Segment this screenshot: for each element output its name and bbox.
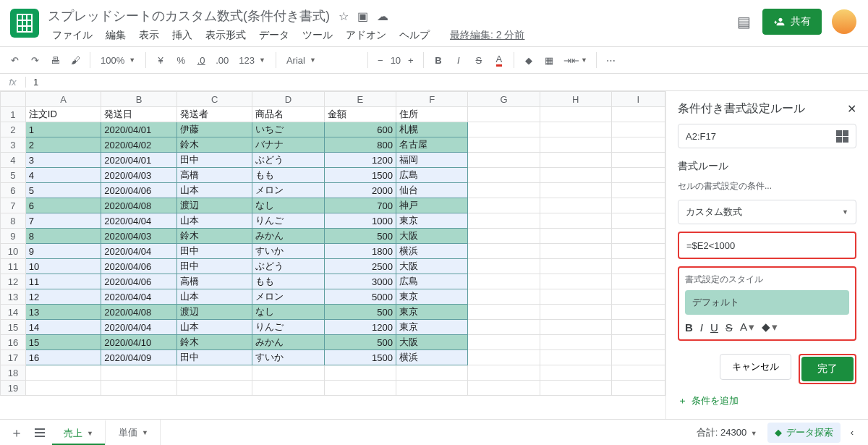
star-icon[interactable]: ☆ (339, 9, 349, 23)
cell[interactable] (540, 350, 611, 365)
sheets-logo[interactable] (10, 9, 39, 38)
cell[interactable]: 名古屋 (396, 137, 468, 153)
merge-icon[interactable]: ⇥⇤▼ (561, 51, 590, 69)
cell[interactable]: もも (252, 168, 324, 183)
cell[interactable]: 14 (25, 320, 101, 335)
cell[interactable] (540, 244, 611, 259)
cell[interactable]: 4 (25, 168, 101, 183)
cell[interactable] (611, 350, 665, 365)
last-edit-link[interactable]: 最終編集: 2 分前 (446, 26, 529, 45)
more-icon[interactable]: ⋯ (603, 51, 620, 69)
cell[interactable]: 2020/04/02 (101, 137, 177, 153)
cell[interactable]: 11 (25, 274, 101, 289)
cell[interactable] (611, 198, 665, 213)
menu-file[interactable]: ファイル (48, 26, 97, 45)
cell[interactable] (396, 381, 468, 396)
cell[interactable] (540, 289, 611, 305)
explore-button[interactable]: ◆ データ探索 (767, 423, 841, 443)
row-header[interactable]: 2 (1, 122, 26, 137)
cell[interactable]: 2020/04/04 (101, 213, 177, 229)
cell[interactable]: 鈴木 (176, 335, 252, 350)
cell[interactable] (611, 259, 665, 274)
cell[interactable] (468, 350, 540, 365)
cell[interactable]: 9 (25, 244, 101, 259)
bold-icon[interactable]: B (430, 51, 447, 69)
cell[interactable]: 横浜 (396, 350, 468, 365)
cell[interactable]: 住所 (396, 107, 468, 122)
cell[interactable] (540, 153, 611, 168)
cell[interactable]: 発送日 (101, 107, 177, 122)
cell[interactable]: 2020/04/08 (101, 305, 177, 320)
cell[interactable]: なし (252, 305, 324, 320)
col-header[interactable]: E (324, 92, 396, 107)
cell[interactable] (611, 289, 665, 305)
cell[interactable]: 大阪 (396, 335, 468, 350)
cell[interactable] (468, 365, 540, 381)
style-font-color-icon[interactable]: A▾ (740, 321, 754, 334)
cell[interactable]: すいか (252, 244, 324, 259)
cell[interactable]: 伊藤 (176, 122, 252, 137)
cell[interactable]: 山本 (176, 213, 252, 229)
borders-icon[interactable]: ▦ (540, 51, 558, 69)
cell[interactable] (540, 198, 611, 213)
cell[interactable]: 500 (324, 305, 396, 320)
cell[interactable]: ぶどう (252, 259, 324, 274)
cell[interactable]: 高橋 (176, 168, 252, 183)
done-button[interactable]: 完了 (801, 357, 854, 381)
cell[interactable]: 横浜 (396, 244, 468, 259)
col-header[interactable]: A (25, 92, 101, 107)
cell[interactable]: みかん (252, 229, 324, 244)
cell[interactable]: 渡辺 (176, 198, 252, 213)
document-title[interactable]: スプレッドシートのカスタム数式(条件付き書式) (48, 7, 330, 25)
row-header[interactable]: 1 (1, 107, 26, 122)
cell[interactable] (611, 305, 665, 320)
cell[interactable]: 2020/04/01 (101, 122, 177, 137)
cell[interactable] (540, 259, 611, 274)
cell[interactable]: 大阪 (396, 259, 468, 274)
cell[interactable] (611, 153, 665, 168)
cancel-button[interactable]: キャンセル (720, 354, 791, 380)
cell[interactable] (252, 381, 324, 396)
cell[interactable]: 鈴木 (176, 137, 252, 153)
row-header[interactable]: 6 (1, 183, 26, 198)
cell[interactable]: 2020/04/06 (101, 274, 177, 289)
row-header[interactable]: 3 (1, 137, 26, 153)
cell[interactable] (611, 107, 665, 122)
cell[interactable]: 2020/04/10 (101, 335, 177, 350)
cell[interactable]: 東京 (396, 289, 468, 305)
col-header[interactable]: C (176, 92, 252, 107)
cell[interactable]: すいか (252, 350, 324, 365)
cell[interactable] (540, 107, 611, 122)
cell[interactable]: なし (252, 198, 324, 213)
menu-format[interactable]: 表示形式 (201, 26, 250, 45)
cell[interactable] (324, 381, 396, 396)
cell[interactable] (468, 229, 540, 244)
row-header[interactable]: 4 (1, 153, 26, 168)
cell[interactable] (252, 365, 324, 381)
row-header[interactable]: 17 (1, 350, 26, 365)
cell[interactable]: 田中 (176, 153, 252, 168)
cell[interactable]: 商品名 (252, 107, 324, 122)
cell[interactable] (468, 381, 540, 396)
condition-dropdown[interactable]: カスタム数式▼ (678, 200, 856, 224)
cell[interactable] (324, 365, 396, 381)
cell[interactable]: バナナ (252, 137, 324, 153)
cell[interactable] (468, 259, 540, 274)
cell[interactable]: 2020/04/03 (101, 168, 177, 183)
cell[interactable]: 2 (25, 137, 101, 153)
cell[interactable] (540, 381, 611, 396)
cell[interactable]: 注文ID (25, 107, 101, 122)
cell[interactable] (540, 335, 611, 350)
cell[interactable]: 広島 (396, 274, 468, 289)
row-header[interactable]: 19 (1, 381, 26, 396)
cell[interactable] (468, 198, 540, 213)
comments-icon[interactable]: ▤ (735, 13, 752, 30)
row-header[interactable]: 12 (1, 274, 26, 289)
cell[interactable] (611, 213, 665, 229)
percent-icon[interactable]: % (172, 51, 190, 69)
cell[interactable] (611, 244, 665, 259)
cell[interactable]: 大阪 (396, 229, 468, 244)
cell[interactable] (176, 381, 252, 396)
cell[interactable] (611, 335, 665, 350)
cell[interactable]: 発送者 (176, 107, 252, 122)
